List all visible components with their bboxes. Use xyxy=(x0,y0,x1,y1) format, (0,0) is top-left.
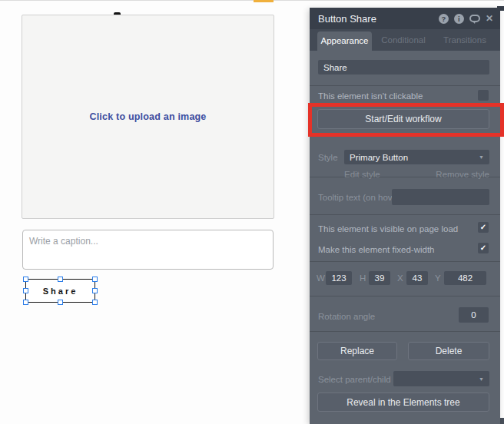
clickable-checkbox[interactable] xyxy=(478,90,489,101)
image-uploader[interactable]: Click to upload an image xyxy=(22,15,274,219)
tooltip-label: Tooltip text (on hover) xyxy=(318,193,403,202)
panel-tabbar: Appearance Conditional Transitions xyxy=(310,29,500,51)
y-input[interactable]: 482 xyxy=(444,271,486,285)
replace-button[interactable]: Replace xyxy=(317,342,397,360)
rotation-angle-label: Rotation angle xyxy=(318,312,375,321)
width-input[interactable]: 123 xyxy=(326,271,352,285)
select-parent-child-label: Select parent/child xyxy=(318,375,391,384)
info-icon[interactable]: i xyxy=(454,14,464,24)
help-icon[interactable]: ? xyxy=(439,14,449,24)
rotation-angle-input[interactable]: 0 xyxy=(459,307,489,323)
x-input[interactable]: 43 xyxy=(406,271,428,285)
bubble-editor: Click to upload an image Share Button Sh… xyxy=(0,0,504,424)
tab-conditional[interactable]: Conditional xyxy=(372,29,435,51)
delete-button[interactable]: Delete xyxy=(408,342,489,360)
visible-on-load-checkbox[interactable]: ✓ xyxy=(478,222,489,233)
selection-handle-s[interactable] xyxy=(58,300,63,305)
divider xyxy=(310,261,500,262)
visible-on-load-label: This element is visible on page load xyxy=(318,224,458,234)
selection-handle-nw[interactable] xyxy=(23,277,28,282)
height-input[interactable]: 39 xyxy=(369,271,390,285)
divider xyxy=(310,177,500,177)
panel-header[interactable]: Button Share ? i ✕ xyxy=(310,8,500,29)
reveal-elements-tree-button[interactable]: Reveal in the Elements tree xyxy=(317,393,489,412)
y-label: Y xyxy=(435,273,441,283)
element-name-input[interactable]: Share xyxy=(318,60,489,75)
width-label: W xyxy=(317,273,325,283)
uploader-label: Click to upload an image xyxy=(89,111,206,122)
style-dropdown[interactable]: Primary Button ▼ xyxy=(344,150,489,164)
divider xyxy=(310,85,500,86)
selection-handle-sw[interactable] xyxy=(23,300,28,305)
toolbar-accent-fragment xyxy=(254,0,274,2)
chevron-down-icon: ▼ xyxy=(479,154,484,160)
comment-icon[interactable] xyxy=(469,15,480,22)
select-parent-child-dropdown[interactable]: ▼ xyxy=(393,371,489,386)
selection-handle-ne[interactable] xyxy=(92,277,98,282)
chevron-down-icon: ▼ xyxy=(479,376,484,382)
divider xyxy=(310,296,500,296)
caption-input[interactable] xyxy=(22,230,274,270)
selection-handle-se[interactable] xyxy=(92,300,98,305)
selection-handle-n[interactable] xyxy=(58,277,63,282)
style-label: Style xyxy=(318,153,338,162)
panel-title: Button Share xyxy=(318,13,439,25)
close-icon[interactable]: ✕ xyxy=(486,14,493,24)
panel-header-icons: ? i ✕ xyxy=(439,14,493,24)
remove-style-link[interactable]: Remove style xyxy=(436,170,489,179)
clickable-label: This element isn't clickable xyxy=(318,91,423,101)
tab-appearance[interactable]: Appearance xyxy=(317,31,372,51)
height-label: H xyxy=(360,273,366,283)
style-dropdown-value: Primary Button xyxy=(350,153,408,162)
fixed-width-checkbox[interactable]: ✓ xyxy=(478,243,489,253)
start-edit-workflow-button[interactable]: Start/Edit workflow xyxy=(317,109,489,129)
divider xyxy=(310,331,500,332)
property-editor-panel: Button Share ? i ✕ Appearance Conditiona… xyxy=(310,8,500,424)
divider xyxy=(310,214,500,215)
selection-handle-w[interactable] xyxy=(23,288,28,293)
selection-handle-e[interactable] xyxy=(92,288,98,293)
x-label: X xyxy=(397,273,403,283)
tab-transitions[interactable]: Transitions xyxy=(435,29,495,51)
toolbar-bottom-border xyxy=(0,0,504,1)
tooltip-input[interactable] xyxy=(392,189,489,205)
fixed-width-label: Make this element fixed-width xyxy=(318,245,434,254)
edit-style-link[interactable]: Edit style xyxy=(344,170,380,179)
